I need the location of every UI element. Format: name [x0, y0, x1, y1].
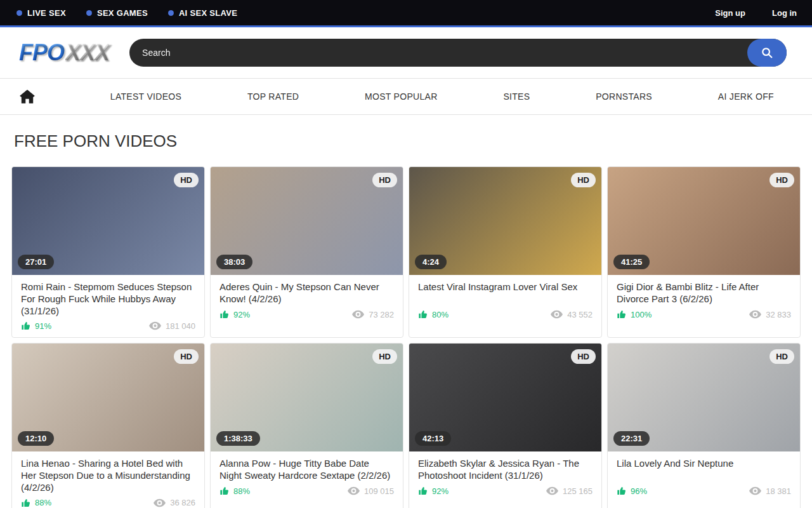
- video-title[interactable]: Alanna Pow - Huge Titty Babe Date Night …: [219, 458, 394, 482]
- top-link-sex-games[interactable]: SEX GAMES: [86, 8, 148, 18]
- top-link-label: LIVE SEX: [27, 8, 66, 18]
- bullet-dot-icon: [16, 10, 22, 16]
- video-card[interactable]: HD 38:03 Aderes Quin - My Stepson Can Ne…: [210, 166, 403, 338]
- thumbs-up-icon: [21, 321, 31, 331]
- login-link[interactable]: Log in: [772, 8, 797, 18]
- video-thumbnail[interactable]: HD 22:31: [608, 344, 800, 451]
- video-thumbnail[interactable]: HD 12:10: [12, 344, 204, 451]
- search-input[interactable]: [129, 39, 787, 67]
- site-header: FPOXXX: [0, 27, 812, 78]
- video-meta: 91% 181 040: [21, 321, 195, 331]
- home-icon: [19, 89, 36, 104]
- video-title[interactable]: Lila Lovely And Sir Neptune: [617, 458, 791, 482]
- duration-badge: 41:25: [613, 255, 650, 269]
- video-card[interactable]: HD 41:25 Gigi Dior & Bambi Blitz - Life …: [607, 166, 801, 338]
- hd-badge: HD: [571, 349, 596, 364]
- video-grid: HD 27:01 Romi Rain - Stepmom Seduces Ste…: [11, 166, 801, 508]
- nav-home[interactable]: [19, 89, 44, 104]
- like-percent: 88%: [233, 486, 250, 496]
- view-count: 125 165: [563, 486, 593, 496]
- hd-badge: HD: [571, 173, 596, 187]
- video-info: Alanna Pow - Huge Titty Babe Date Night …: [211, 451, 403, 502]
- like-percent: 96%: [631, 486, 647, 496]
- signup-link[interactable]: Sign up: [715, 8, 745, 18]
- thumbs-up-icon: [219, 486, 230, 496]
- like-percent: 92%: [233, 310, 250, 319]
- hd-badge: HD: [372, 173, 397, 187]
- video-meta: 100% 32 833: [617, 309, 791, 319]
- like-percent: 100%: [631, 310, 652, 319]
- video-info: Gigi Dior & Bambi Blitz - Life After Div…: [608, 275, 800, 326]
- thumbs-up-icon: [418, 486, 428, 496]
- thumbs-up-icon: [21, 498, 31, 508]
- nav-item-top-rated[interactable]: TOP RATED: [247, 91, 299, 102]
- video-thumbnail[interactable]: HD 4:24: [409, 167, 601, 275]
- video-title[interactable]: Elizabeth Skylar & Jessica Ryan - The Ph…: [418, 458, 593, 482]
- video-title[interactable]: Lina Henao - Sharing a Hotel Bed with He…: [21, 458, 195, 493]
- duration-badge: 4:24: [415, 255, 447, 269]
- like-percent: 92%: [432, 486, 449, 496]
- nav-item-pornstars[interactable]: PORNSTARS: [596, 91, 652, 102]
- top-link-live-sex[interactable]: LIVE SEX: [16, 8, 66, 18]
- video-thumbnail[interactable]: HD 42:13: [409, 344, 601, 451]
- duration-badge: 38:03: [216, 255, 252, 269]
- view-count: 32 833: [766, 310, 791, 319]
- view-count: 18 381: [766, 486, 791, 496]
- video-meta: 88% 36 826: [21, 498, 195, 508]
- thumbs-up-icon: [617, 486, 627, 496]
- thumbs-up-icon: [418, 309, 428, 319]
- video-card[interactable]: HD 42:13 Elizabeth Skylar & Jessica Ryan…: [409, 343, 602, 508]
- search-button[interactable]: [747, 39, 787, 67]
- eye-icon: [546, 486, 558, 495]
- video-thumbnail[interactable]: HD 38:03: [211, 167, 403, 275]
- like-percent: 91%: [35, 321, 51, 331]
- video-card[interactable]: HD 1:38:33 Alanna Pow - Huge Titty Babe …: [210, 343, 403, 508]
- top-link-label: SEX GAMES: [97, 8, 148, 18]
- nav-item-latest-videos[interactable]: LATEST VIDEOS: [110, 91, 181, 102]
- duration-badge: 42:13: [415, 431, 451, 446]
- view-count: 73 282: [369, 310, 394, 319]
- video-info: Elizabeth Skylar & Jessica Ryan - The Ph…: [409, 451, 601, 502]
- video-title[interactable]: Romi Rain - Stepmom Seduces Stepson For …: [21, 281, 195, 317]
- bullet-dot-icon: [86, 10, 92, 16]
- video-card[interactable]: HD 22:31 Lila Lovely And Sir Neptune 96%…: [607, 343, 801, 508]
- video-card[interactable]: HD 27:01 Romi Rain - Stepmom Seduces Ste…: [11, 166, 205, 338]
- main-nav: LATEST VIDEOS TOP RATED MOST POPULAR SIT…: [0, 78, 812, 115]
- video-meta: 88% 109 015: [219, 486, 394, 496]
- top-links: LIVE SEX SEX GAMES AI SEX SLAVE: [16, 8, 237, 18]
- video-meta: 80% 43 552: [418, 309, 593, 319]
- nav-item-most-popular[interactable]: MOST POPULAR: [365, 91, 438, 102]
- video-thumbnail[interactable]: HD 1:38:33: [211, 344, 403, 451]
- nav-item-ai-jerk-off[interactable]: AI JERK OFF: [718, 91, 774, 102]
- video-title[interactable]: Aderes Quin - My Stepson Can Never Know!…: [219, 281, 394, 305]
- hd-badge: HD: [174, 173, 199, 187]
- eye-icon: [551, 310, 563, 319]
- hd-badge: HD: [174, 349, 199, 364]
- nav-item-sites[interactable]: SITES: [503, 91, 530, 102]
- video-meta: 92% 125 165: [418, 486, 593, 496]
- eye-icon: [749, 486, 761, 495]
- video-meta: 96% 18 381: [617, 486, 791, 496]
- video-card[interactable]: HD 4:24 Latest Viral Instagram Lover Vir…: [409, 166, 602, 338]
- video-info: Romi Rain - Stepmom Seduces Stepson For …: [12, 275, 204, 337]
- hd-badge: HD: [372, 349, 397, 364]
- eye-icon: [352, 310, 364, 319]
- video-title[interactable]: Latest Viral Instagram Lover Viral Sex: [418, 281, 593, 305]
- eye-icon: [154, 498, 166, 507]
- video-card[interactable]: HD 12:10 Lina Henao - Sharing a Hotel Be…: [11, 343, 205, 508]
- video-thumbnail[interactable]: HD 41:25: [608, 167, 800, 275]
- top-link-ai-sex-slave[interactable]: AI SEX SLAVE: [168, 8, 237, 18]
- thumbs-up-icon: [219, 309, 230, 319]
- hd-badge: HD: [769, 349, 794, 364]
- video-title[interactable]: Gigi Dior & Bambi Blitz - Life After Div…: [617, 281, 791, 305]
- logo-secondary-text: XXX: [65, 39, 109, 65]
- search-bar: [129, 39, 787, 67]
- view-count: 181 040: [166, 321, 195, 331]
- page-title: FREE PORN VIDEOS: [14, 131, 801, 151]
- video-thumbnail[interactable]: HD 27:01: [12, 167, 204, 275]
- site-logo[interactable]: FPOXXX: [19, 39, 109, 66]
- like-percent: 80%: [432, 310, 449, 319]
- eye-icon: [149, 321, 161, 330]
- video-info: Aderes Quin - My Stepson Can Never Know!…: [211, 275, 403, 326]
- search-icon: [760, 46, 774, 60]
